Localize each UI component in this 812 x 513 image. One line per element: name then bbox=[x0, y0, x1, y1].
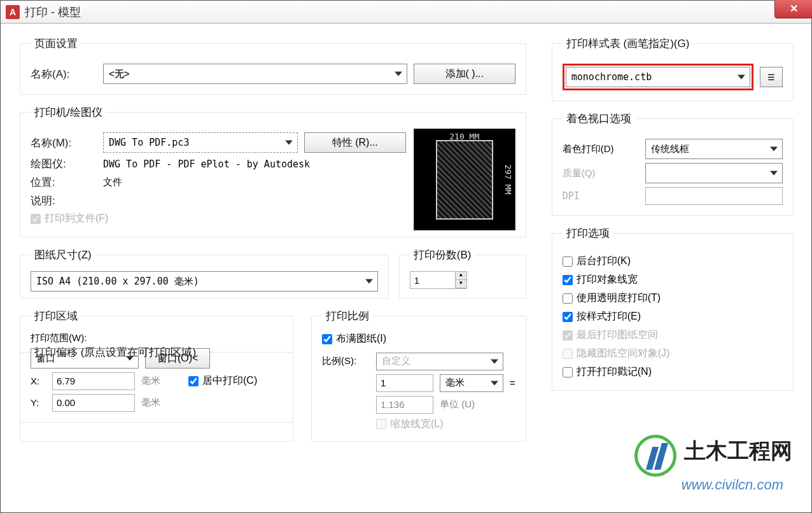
paper-size-select[interactable]: ISO A4 (210.00 x 297.00 毫米) bbox=[31, 271, 378, 292]
copies-group: 打印份数(B) ▲▼ bbox=[399, 248, 526, 299]
close-button[interactable]: ✕ bbox=[774, 0, 812, 18]
preview-width-label: 210 MM bbox=[414, 132, 515, 141]
copies-input[interactable] bbox=[410, 272, 455, 288]
plot-range-select[interactable]: 窗口 bbox=[31, 348, 139, 369]
option-3-label: 按样式打印(E) bbox=[577, 310, 641, 323]
center-plot-checkbox[interactable]: 居中打印(C) bbox=[188, 374, 257, 388]
plot-scale-group: 打印比例 布满图纸(I) 比例(S): 自定义 bbox=[311, 309, 526, 442]
preview-height-label: 297 MM bbox=[503, 165, 513, 195]
offset-x-input[interactable] bbox=[52, 372, 135, 390]
option-3-input[interactable] bbox=[563, 312, 573, 322]
plot-area-legend: 打印区域 bbox=[31, 309, 81, 323]
option-6-input[interactable] bbox=[563, 367, 573, 377]
option-1-input[interactable] bbox=[563, 275, 573, 285]
printer-properties-button[interactable]: 特性 (R)... bbox=[304, 132, 406, 153]
option-2-input[interactable] bbox=[563, 293, 573, 304]
option-2[interactable]: 使用透明度打印(T) bbox=[563, 292, 783, 305]
page-setup-legend: 页面设置 bbox=[31, 36, 81, 51]
dpi-input[interactable] bbox=[645, 187, 783, 205]
option-4-label: 最后打印图纸空间 bbox=[577, 328, 658, 342]
option-4-input bbox=[563, 330, 573, 341]
dpi-label: DPI bbox=[563, 190, 639, 202]
window-title: 打印 - 模型 bbox=[25, 4, 81, 20]
preview-sheet bbox=[436, 140, 493, 220]
scale-unit1-select[interactable]: 毫米 bbox=[440, 374, 503, 392]
description-label: 说明: bbox=[31, 193, 97, 208]
shade-plot-label: 着色打印(D) bbox=[563, 143, 639, 155]
copies-legend: 打印份数(B) bbox=[410, 248, 475, 262]
paper-size-group: 图纸尺寸(Z) ISO A4 (210.00 x 297.00 毫米) bbox=[20, 248, 389, 299]
scale-num1-input[interactable] bbox=[376, 374, 433, 392]
paper-preview: 210 MM 297 MM bbox=[414, 129, 515, 230]
option-5-label: 隐藏图纸空间对象(J) bbox=[577, 347, 670, 360]
option-1-label: 打印对象线宽 bbox=[577, 273, 638, 286]
page-setup-add-button[interactable]: 添加( )... bbox=[414, 64, 515, 84]
printer-name-label: 名称(M): bbox=[31, 136, 97, 150]
printer-name-select[interactable]: DWG To PDF.pc3 bbox=[103, 132, 298, 153]
copies-up[interactable]: ▲ bbox=[455, 272, 466, 280]
plot-style-select[interactable]: monochrome.ctb bbox=[566, 67, 750, 87]
option-0-input[interactable] bbox=[563, 256, 573, 267]
option-3[interactable]: 按样式打印(E) bbox=[563, 310, 783, 323]
shade-plot-select[interactable]: 传统线框 bbox=[645, 139, 783, 159]
plotter-label: 绘图仪: bbox=[31, 157, 97, 171]
scale-select[interactable]: 自定义 bbox=[376, 353, 503, 370]
center-plot-input[interactable] bbox=[188, 376, 199, 386]
quality-select[interactable] bbox=[645, 163, 783, 183]
paper-size-legend: 图纸尺寸(Z) bbox=[31, 248, 95, 262]
option-6[interactable]: 打开打印戳记(N) bbox=[563, 365, 783, 379]
option-6-label: 打开打印戳记(N) bbox=[577, 365, 652, 379]
page-setup-name-select[interactable]: <无> bbox=[103, 64, 407, 84]
titlebar: A 打印 - 模型 ✕ bbox=[1, 1, 811, 24]
equals-sign: = bbox=[510, 377, 515, 388]
location-value: 文件 bbox=[103, 176, 122, 188]
printer-legend: 打印机/绘图仪 bbox=[31, 105, 106, 120]
print-to-file-input[interactable] bbox=[31, 214, 41, 224]
scale-lineweights-checkbox[interactable]: 缩放线宽(L) bbox=[376, 418, 444, 431]
range-label: 打印范围(W): bbox=[31, 332, 283, 344]
scale-unit2-label: 单位 (U) bbox=[440, 398, 475, 411]
option-0-label: 后台打印(K) bbox=[577, 255, 631, 268]
watermark-title: 土木工程网 bbox=[684, 439, 792, 463]
printer-group: 打印机/绘图仪 名称(M): DWG To PDF.pc3 特性 (R)... bbox=[20, 105, 526, 237]
copies-down[interactable]: ▼ bbox=[455, 280, 466, 288]
watermark: 土木工程网 www.civilcn.com bbox=[634, 435, 792, 493]
plotter-value: DWG To PDF - PDF ePlot - by Autodesk bbox=[103, 158, 310, 170]
page-setup-name-label: 名称(A): bbox=[31, 67, 97, 81]
option-2-label: 使用透明度打印(T) bbox=[577, 292, 661, 305]
quality-label: 质量(Q) bbox=[563, 167, 639, 179]
location-label: 位置: bbox=[31, 175, 97, 190]
fit-to-paper-input[interactable] bbox=[322, 334, 332, 344]
fit-to-paper-checkbox[interactable]: 布满图纸(I) bbox=[322, 332, 386, 346]
plot-options-group: 打印选项 后台打印(K)打印对象线宽使用透明度打印(T)按样式打印(E)最后打印… bbox=[552, 226, 794, 391]
plot-scale-legend: 打印比例 bbox=[322, 309, 373, 323]
option-5-input bbox=[563, 349, 573, 359]
offset-x-unit: 毫米 bbox=[141, 375, 160, 387]
option-1[interactable]: 打印对象线宽 bbox=[563, 273, 783, 286]
option-5: 隐藏图纸空间对象(J) bbox=[563, 347, 783, 360]
plot-style-group: 打印样式表 (画笔指定)(G) monochrome.ctb ☰ bbox=[552, 36, 794, 101]
watermark-logo-icon bbox=[634, 435, 676, 477]
option-4: 最后打印图纸空间 bbox=[563, 328, 783, 342]
watermark-url: www.civilcn.com bbox=[682, 477, 792, 493]
offset-y-label: Y: bbox=[31, 397, 46, 408]
offset-x-label: X: bbox=[31, 376, 46, 386]
print-to-file-checkbox[interactable]: 打印到文件(F) bbox=[31, 212, 108, 225]
scale-lineweights-input[interactable] bbox=[376, 419, 386, 429]
option-0[interactable]: 后台打印(K) bbox=[563, 255, 783, 268]
shaded-viewport-group: 着色视口选项 着色打印(D) 传统线框 质量(Q) DPI bbox=[552, 111, 794, 216]
offset-y-unit: 毫米 bbox=[141, 397, 160, 409]
page-setup-group: 页面设置 名称(A): <无> 添加( )... bbox=[20, 36, 526, 95]
plot-options-legend: 打印选项 bbox=[563, 226, 613, 241]
offset-y-input[interactable] bbox=[52, 394, 135, 412]
app-icon: A bbox=[6, 5, 20, 19]
copies-spinner[interactable]: ▲▼ bbox=[410, 271, 467, 289]
scale-label: 比例(S): bbox=[322, 355, 370, 367]
plot-style-legend: 打印样式表 (画笔指定)(G) bbox=[563, 36, 694, 51]
plot-style-edit-button[interactable]: ☰ bbox=[760, 67, 783, 87]
print-dialog: A 打印 - 模型 ✕ 页面设置 名称(A): <无> 添加( )... 打印机… bbox=[0, 0, 812, 513]
scale-num2-input[interactable] bbox=[376, 396, 433, 414]
shaded-legend: 着色视口选项 bbox=[563, 111, 635, 126]
